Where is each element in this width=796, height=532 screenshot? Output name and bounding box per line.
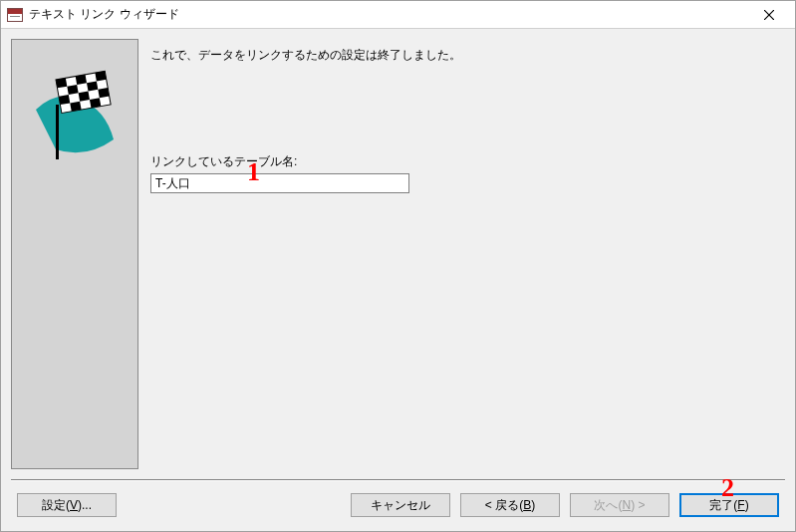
next-accel: N <box>622 498 631 512</box>
svg-rect-4 <box>56 78 67 88</box>
svg-rect-6 <box>95 71 106 81</box>
button-row: 設定(V)... キャンセル < 戻る(B) 次へ(N) > 完了(F) <box>11 493 785 521</box>
close-button[interactable] <box>749 4 789 26</box>
titlebar: テキスト リンク ウィザード <box>1 1 795 29</box>
table-name-input[interactable] <box>150 173 409 193</box>
svg-rect-11 <box>98 88 109 98</box>
settings-button[interactable]: 設定(V)... <box>17 493 117 517</box>
divider <box>11 479 785 481</box>
back-button[interactable]: < 戻る(B) <box>460 493 560 517</box>
cancel-button[interactable]: キャンセル <box>351 493 450 517</box>
svg-rect-5 <box>76 75 87 85</box>
svg-rect-13 <box>90 98 101 108</box>
finish-accel: F <box>737 498 744 512</box>
table-name-label: リンクしているテーブル名: <box>150 153 785 170</box>
window-title: テキスト リンク ウィザード <box>29 6 749 23</box>
svg-rect-8 <box>87 81 98 91</box>
back-accel: B <box>523 498 531 512</box>
main-area: これで、データをリンクするための設定は終了しました。 リンクしているテーブル名: <box>11 39 785 473</box>
close-icon <box>764 10 774 20</box>
svg-rect-12 <box>70 102 81 112</box>
intro-text: これで、データをリンクするための設定は終了しました。 <box>150 47 785 64</box>
svg-rect-9 <box>59 95 70 105</box>
settings-accel: V <box>70 498 78 512</box>
content-area: これで、データをリンクするための設定は終了しました。 リンクしているテーブル名:… <box>1 29 795 531</box>
finish-flag-image <box>26 70 124 167</box>
wizard-page: これで、データをリンクするための設定は終了しました。 リンクしているテーブル名: <box>150 39 785 473</box>
wizard-dialog: テキスト リンク ウィザード <box>0 0 796 532</box>
wizard-sidebar <box>11 39 138 469</box>
finish-button[interactable]: 完了(F) <box>679 493 779 517</box>
app-icon <box>7 8 23 22</box>
next-button: 次へ(N) > <box>570 493 669 517</box>
svg-rect-10 <box>79 92 90 102</box>
svg-rect-2 <box>56 105 59 159</box>
svg-rect-7 <box>67 85 78 95</box>
